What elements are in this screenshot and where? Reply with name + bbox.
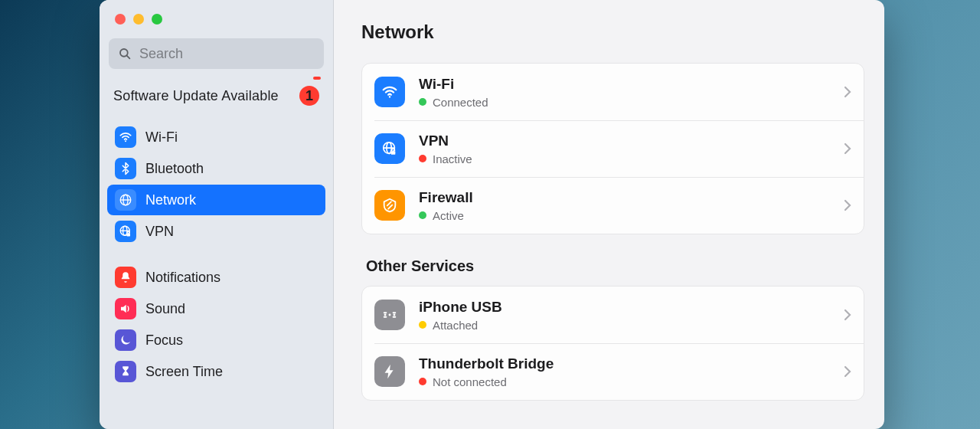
sidebar: Software Update Available 1 Wi-Fi: [100, 0, 334, 429]
status-label: Attached: [433, 319, 478, 332]
row-title: Firewall: [419, 189, 836, 206]
chevron-right-icon: [844, 199, 851, 211]
row-wifi[interactable]: Wi-Fi Connected: [362, 64, 864, 120]
sidebar-item-label: Screen Time: [145, 364, 223, 380]
status-dot-icon: [419, 211, 426, 219]
sidebar-item-label: Wi-Fi: [145, 129, 178, 146]
sidebar-item-notifications[interactable]: Notifications: [107, 262, 325, 293]
section-other-title: Other Services: [366, 257, 864, 275]
sidebar-item-label: Focus: [145, 332, 183, 349]
sound-icon: [115, 298, 136, 319]
status-label: Inactive: [433, 152, 472, 165]
row-status: Not connected: [419, 375, 836, 388]
page-title: Network: [361, 21, 864, 43]
row-title: VPN: [419, 133, 836, 149]
wifi-icon: [115, 126, 136, 148]
sidebar-item-wifi[interactable]: Wi-Fi: [107, 122, 325, 152]
svg-point-17: [393, 314, 395, 316]
status-dot-icon: [419, 98, 426, 106]
row-status: Active: [419, 209, 836, 222]
close-icon[interactable]: [115, 14, 126, 25]
row-iphone-usb[interactable]: iPhone USB Attached: [362, 287, 864, 343]
status-dot-icon: [419, 155, 426, 162]
status-label: Connected: [433, 96, 488, 109]
bell-icon: [115, 267, 136, 288]
sidebar-group-network: Wi-Fi Bluetooth Network: [107, 121, 325, 247]
row-thunderbolt[interactable]: Thunderbolt Bridge Not connected: [362, 343, 864, 400]
sidebar-item-bluetooth[interactable]: Bluetooth: [107, 153, 325, 184]
vpn-icon: [115, 221, 136, 242]
chevron-right-icon: [844, 86, 851, 98]
svg-point-2: [125, 140, 126, 142]
sidebar-item-label: Notifications: [145, 270, 220, 286]
svg-line-1: [126, 55, 129, 58]
search-field[interactable]: [109, 38, 324, 69]
status-label: Not connected: [433, 375, 507, 388]
row-vpn[interactable]: VPN Inactive: [362, 120, 864, 177]
row-firewall[interactable]: Firewall Active: [362, 177, 864, 234]
software-update-row[interactable]: Software Update Available 1: [107, 81, 325, 116]
update-count-badge: 1: [299, 86, 319, 106]
chevron-right-icon: [844, 365, 851, 378]
row-title: Wi-Fi: [419, 76, 836, 93]
globe-icon: [115, 189, 136, 211]
firewall-icon: [374, 190, 405, 221]
sidebar-item-focus[interactable]: Focus: [107, 325, 325, 355]
row-title: iPhone USB: [419, 299, 836, 316]
status-label: Active: [433, 209, 464, 222]
sidebar-item-vpn[interactable]: VPN: [107, 216, 325, 247]
svg-rect-9: [127, 234, 131, 237]
sidebar-item-network[interactable]: Network: [107, 185, 325, 215]
thunderbolt-icon: [374, 356, 405, 387]
sidebar-item-label: VPN: [145, 224, 174, 240]
sidebar-item-label: Network: [145, 192, 196, 208]
other-services-card: iPhone USB Attached Thunderbolt Bridge: [361, 286, 864, 401]
minimize-icon[interactable]: [133, 14, 144, 25]
row-status: Connected: [419, 96, 836, 109]
search-input[interactable]: [109, 38, 324, 69]
chevron-right-icon: [844, 309, 851, 321]
svg-point-16: [389, 314, 391, 316]
sidebar-item-screentime[interactable]: Screen Time: [107, 356, 325, 387]
software-update-label: Software Update Available: [113, 88, 279, 104]
zoom-icon[interactable]: [152, 14, 162, 25]
hourglass-icon: [115, 361, 136, 382]
sidebar-item-label: Bluetooth: [145, 161, 204, 177]
status-dot-icon: [419, 321, 426, 329]
sidebar-group-general: Notifications Sound Focus Screen Time: [107, 261, 325, 388]
svg-point-15: [384, 314, 387, 316]
primary-services-card: Wi-Fi Connected VPN: [361, 63, 864, 234]
main-pane: Network Wi-Fi Connected: [334, 0, 884, 429]
row-status: Inactive: [419, 152, 836, 165]
settings-window: Software Update Available 1 Wi-Fi: [100, 0, 884, 429]
status-dot-icon: [419, 378, 426, 385]
moon-icon: [115, 329, 136, 351]
vpn-icon: [374, 133, 405, 164]
row-status: Attached: [419, 319, 836, 332]
sidebar-item-sound[interactable]: Sound: [107, 293, 325, 324]
iphone-usb-icon: [374, 300, 405, 330]
chevron-right-icon: [844, 142, 851, 155]
bluetooth-icon: [115, 158, 136, 179]
svg-point-10: [389, 96, 390, 97]
search-icon: [118, 47, 132, 61]
window-controls: [107, 11, 325, 38]
sidebar-item-label: Sound: [145, 301, 185, 317]
svg-rect-14: [391, 151, 395, 155]
wifi-icon: [374, 77, 405, 107]
row-title: Thunderbolt Bridge: [419, 355, 836, 372]
